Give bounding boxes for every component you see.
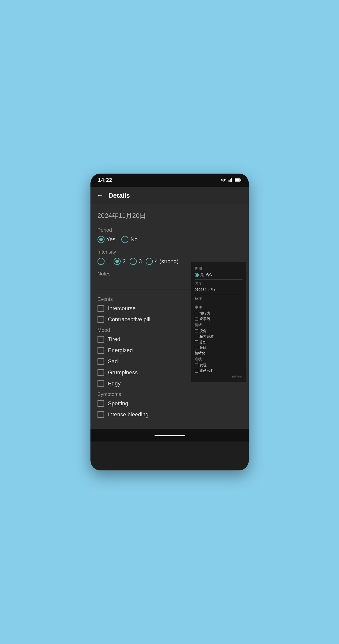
popup-symptom2-checkbox	[195, 369, 198, 373]
intense-bleeding-label: Intense bleeding	[108, 411, 149, 418]
svg-rect-2	[229, 180, 230, 182]
popup-event1-row: 性行为	[195, 311, 243, 316]
spotting-item[interactable]: Spotting	[98, 400, 242, 407]
popup-mood1-checkbox	[195, 329, 198, 333]
tired-label: Tired	[108, 336, 120, 343]
popup-event2-row: 避孕药	[195, 317, 243, 321]
grumpiness-label: Grumpiness	[108, 369, 138, 376]
popup-symptom2-label: 剧烈出血	[200, 369, 214, 373]
period-no-option[interactable]: No	[121, 236, 137, 243]
battery-icon	[235, 178, 241, 182]
tired-checkbox[interactable]	[98, 336, 104, 343]
svg-rect-7	[235, 179, 239, 181]
svg-rect-1	[228, 180, 229, 182]
popup-events-label: 事件	[195, 305, 243, 310]
intensity-4-label: 4 (strong)	[155, 258, 178, 265]
period-label: Period	[98, 227, 242, 233]
symptoms-label: Symptoms	[98, 391, 242, 397]
popup-mood3-checkbox	[195, 340, 198, 344]
popup-symptoms-label: 症状	[195, 357, 243, 361]
popup-divider-3	[195, 303, 243, 303]
period-no-radio[interactable]	[121, 236, 128, 243]
translation-popup: 周期 是 否C 强度 010234（强） 备注 事件 性行为 避孕药 情绪	[191, 262, 246, 382]
sad-checkbox[interactable]	[98, 358, 104, 365]
popup-period-label: 周期	[195, 266, 243, 271]
back-button[interactable]: ←	[96, 191, 104, 199]
period-yes-option[interactable]: Yes	[98, 236, 116, 243]
popup-divider-1	[195, 279, 243, 279]
popup-divider-2	[195, 294, 243, 294]
intensity-label: Intensity	[98, 249, 242, 255]
energized-checkbox[interactable]	[98, 347, 104, 354]
intensity-1-label: 1	[107, 258, 110, 265]
popup-mood4-row: 暴躁	[195, 345, 243, 350]
svg-point-0	[223, 181, 224, 182]
wifi-icon	[220, 178, 226, 182]
home-indicator[interactable]	[155, 435, 185, 436]
edgy-checkbox[interactable]	[98, 380, 104, 387]
date-heading: 2024年11月20日	[98, 211, 242, 220]
app-title: Details	[109, 192, 130, 199]
status-time: 14:22	[98, 177, 112, 183]
grumpiness-checkbox[interactable]	[98, 369, 104, 376]
intensity-2-label: 2	[123, 258, 126, 265]
sad-label: Sad	[108, 358, 118, 365]
svg-rect-3	[230, 179, 231, 182]
phone-frame: 14:22 ← Details	[90, 174, 249, 470]
intensity-1-option[interactable]: 1	[98, 258, 110, 265]
contraceptive-checkbox[interactable]	[98, 316, 104, 323]
edgy-label: Edgy	[108, 380, 121, 387]
period-radio-group: Yes No	[98, 236, 242, 243]
spotting-checkbox[interactable]	[98, 400, 104, 407]
period-yes-radio[interactable]	[98, 236, 105, 243]
popup-mood2-checkbox	[195, 335, 198, 338]
app-bar: ← Details	[90, 187, 249, 204]
status-bar: 14:22	[90, 174, 249, 187]
popup-mood4-label: 暴躁	[200, 345, 207, 350]
intense-bleeding-item[interactable]: Intense bleeding	[98, 411, 242, 418]
intensity-2-option[interactable]: 2	[114, 258, 126, 265]
popup-mood2-row: 精力充沛	[195, 334, 243, 339]
bottom-bar	[90, 429, 249, 441]
popup-event1-checkbox	[195, 312, 198, 315]
period-yes-label: Yes	[107, 236, 116, 243]
main-content: 2024年11月20日 Period Yes No Intensity 1 2	[90, 204, 249, 429]
popup-intensity-label: 强度	[195, 281, 243, 286]
energized-label: Energized	[108, 347, 133, 354]
popup-notes-label: 备注	[195, 296, 243, 301]
popup-mood4-checkbox	[195, 346, 198, 349]
popup-event2-label: 避孕药	[200, 317, 210, 321]
popup-mood1-row: 疲倦	[195, 329, 243, 333]
spotting-label: Spotting	[108, 400, 128, 407]
intensity-3-label: 3	[139, 258, 142, 265]
contraceptive-label: Contraceptive pill	[108, 316, 151, 323]
popup-symptom2-row: 剧烈出血	[195, 369, 243, 373]
intensity-3-option[interactable]: 3	[130, 258, 142, 265]
intercourse-label: Intercourse	[108, 305, 136, 312]
popup-mood-label: 情绪	[195, 323, 243, 327]
popup-mood2-label: 精力充沛	[200, 334, 214, 339]
popup-symptom1-checkbox	[195, 364, 198, 367]
intensity-4-radio[interactable]	[146, 258, 153, 265]
period-no-label: No	[130, 236, 137, 243]
popup-mood3-label: 悲伤	[200, 340, 207, 344]
intensity-3-radio[interactable]	[130, 258, 137, 265]
popup-symptom1-label: 发现	[200, 363, 207, 368]
popup-event1-label: 性行为	[200, 311, 210, 316]
intercourse-checkbox[interactable]	[98, 305, 104, 312]
popup-period-yes-radio	[195, 273, 199, 277]
intensity-1-radio[interactable]	[98, 258, 105, 265]
popup-mood3-row: 悲伤	[195, 340, 243, 344]
popup-mood1-label: 疲倦	[200, 329, 207, 333]
intensity-2-radio[interactable]	[114, 258, 121, 265]
popup-period-yes-row: 是 否C	[195, 272, 243, 277]
svg-rect-6	[240, 179, 241, 181]
signal-icon	[228, 178, 233, 182]
popup-intensity-values: 010234（强）	[195, 288, 243, 292]
intensity-4-option[interactable]: 4 (strong)	[146, 258, 178, 265]
svg-rect-4	[231, 178, 232, 182]
intense-bleeding-checkbox[interactable]	[98, 411, 104, 418]
popup-event2-checkbox	[195, 317, 198, 321]
popup-symptom1-row: 发现	[195, 363, 243, 368]
popup-period-no: 否C	[206, 272, 212, 277]
